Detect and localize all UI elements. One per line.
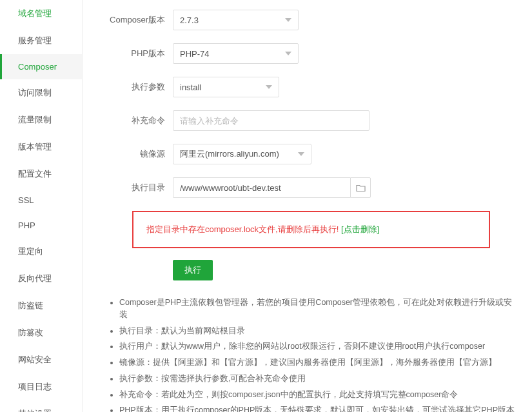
- exec-dir-label: 执行目录: [102, 182, 173, 193]
- mirror-label: 镜像源: [102, 148, 173, 160]
- sidebar-item-redirect[interactable]: 重定向: [0, 238, 82, 265]
- chevron-down-icon: [285, 18, 291, 22]
- sidebar-item-tamper[interactable]: 防篡改: [0, 319, 82, 346]
- sidebar: 域名管理 服务管理 Composer 访问限制 流量限制 版本管理 配置文件 S…: [0, 0, 83, 412]
- sidebar-item-ssl[interactable]: SSL: [0, 188, 82, 213]
- mirror-value: 阿里云(mirrors.aliyun.com): [180, 148, 279, 160]
- chevron-down-icon: [298, 152, 304, 156]
- sidebar-item-logs[interactable]: 项目日志: [0, 373, 82, 400]
- mirror-select[interactable]: 阿里云(mirrors.aliyun.com): [173, 144, 311, 164]
- extra-cmd-input[interactable]: [173, 110, 369, 131]
- composer-version-value: 2.7.3: [180, 15, 199, 25]
- exec-params-value: install: [180, 83, 201, 92]
- exec-params-select[interactable]: install: [173, 77, 279, 97]
- info-item: 执行目录：默认为当前网站根目录: [119, 325, 519, 337]
- alert-box: 指定目录中存在composer.lock文件,请删除后再执行! [点击删除]: [132, 211, 490, 248]
- extra-cmd-label: 补充命令: [102, 115, 173, 126]
- sidebar-item-access[interactable]: 访问限制: [0, 79, 82, 106]
- sidebar-item-composer[interactable]: Composer: [0, 54, 82, 79]
- exec-dir-input[interactable]: [173, 177, 350, 198]
- sidebar-item-security[interactable]: 网站安全: [0, 346, 82, 373]
- info-item: 执行参数：按需选择执行参数,可配合补充命令使用: [119, 373, 519, 385]
- php-version-label: PHP版本: [102, 48, 173, 59]
- execute-button[interactable]: 执行: [173, 260, 213, 280]
- chevron-down-icon: [266, 85, 272, 89]
- sidebar-item-traffic[interactable]: 流量限制: [0, 106, 82, 133]
- sidebar-item-service[interactable]: 服务管理: [0, 27, 82, 54]
- info-item: 执行用户：默认为www用户，除非您的网站以root权限运行，否则不建议使用roo…: [119, 340, 519, 353]
- chevron-down-icon: [285, 52, 291, 55]
- sidebar-item-config[interactable]: 配置文件: [0, 161, 82, 188]
- info-item: PHP版本：用于执行composer的PHP版本，无特殊要求，默认即可，如安装出…: [119, 404, 519, 412]
- php-version-value: PHP-74: [180, 49, 210, 59]
- main-panel: Composer版本 2.7.3 PHP版本 PHP-74 执行参数 insta…: [83, 0, 532, 412]
- folder-icon: [356, 184, 366, 192]
- composer-version-select[interactable]: 2.7.3: [173, 10, 299, 30]
- composer-version-label: Composer版本: [102, 14, 173, 26]
- alert-delete-link[interactable]: [点击删除]: [341, 224, 379, 234]
- info-list: Composer是PHP主流依赖包管理器，若您的项目使用Composer管理依赖…: [102, 297, 519, 412]
- info-item: 补充命令：若此处为空，则按composer.json中的配置执行，此处支持填写完…: [119, 389, 519, 401]
- sidebar-item-proxy[interactable]: 反向代理: [0, 265, 82, 292]
- info-item: Composer是PHP主流依赖包管理器，若您的项目使用Composer管理依赖…: [119, 297, 519, 321]
- php-version-select[interactable]: PHP-74: [173, 43, 299, 64]
- sidebar-item-php[interactable]: PHP: [0, 213, 82, 238]
- sidebar-item-version[interactable]: 版本管理: [0, 133, 82, 161]
- info-item: 镜像源：提供【阿里源】和【官方源】，建议国内服务器使用【阿里源】，海外服务器使用…: [119, 357, 519, 369]
- alert-text: 指定目录中存在composer.lock文件,请删除后再执行!: [146, 224, 341, 234]
- sidebar-item-domain[interactable]: 域名管理: [0, 0, 82, 27]
- browse-folder-button[interactable]: [350, 177, 371, 198]
- sidebar-item-other[interactable]: 其他设置: [0, 400, 82, 412]
- exec-params-label: 执行参数: [102, 81, 173, 93]
- sidebar-item-antileech[interactable]: 防盗链: [0, 292, 82, 319]
